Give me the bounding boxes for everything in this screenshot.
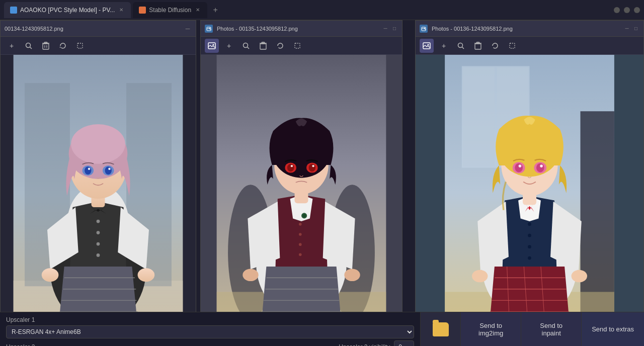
upscaler-1-select-row: R-ESRGAN 4x+ Anime6B None Lanczos Neares… xyxy=(6,325,414,338)
svg-point-17 xyxy=(97,253,100,257)
minimize-button[interactable] xyxy=(614,7,620,13)
svg-point-34 xyxy=(42,268,59,282)
svg-point-64 xyxy=(287,164,294,172)
pw2-add-btn[interactable]: + xyxy=(222,39,236,53)
pw2-maximize[interactable]: □ xyxy=(391,25,398,32)
svg-point-94 xyxy=(528,256,531,260)
upscaler-1-row: Upscaler 1 xyxy=(6,316,414,323)
svg-point-96 xyxy=(572,270,587,283)
svg-point-102 xyxy=(515,163,523,172)
svg-rect-82 xyxy=(476,42,479,43)
photo-window-1-content xyxy=(1,55,196,331)
photo-window-3: Photos - 00136-1243095812.png ─ □ + xyxy=(415,20,644,332)
photo-window-2-title: Photos - 00135-1243095812.png xyxy=(217,26,298,32)
svg-point-56 xyxy=(299,253,302,256)
pw2-minimize[interactable]: ─ xyxy=(382,25,389,32)
svg-point-75 xyxy=(424,28,425,29)
svg-point-40 xyxy=(244,43,248,47)
upscaler-1-select[interactable]: R-ESRGAN 4x+ Anime6B None Lanczos Neares… xyxy=(6,325,414,338)
new-tab-button[interactable]: + xyxy=(209,4,221,16)
svg-point-95 xyxy=(472,270,488,283)
send-to-img2img-button[interactable]: Send toimg2img xyxy=(460,312,521,346)
pw3-rotate-btn[interactable] xyxy=(488,39,502,53)
svg-point-55 xyxy=(299,243,302,246)
pw2-zoom-btn[interactable] xyxy=(239,39,253,53)
send-to-extras-button[interactable]: Send to extras xyxy=(581,312,644,346)
upscaler-2-row: Upscaler 2 Upscaler 2 visibility xyxy=(6,340,414,346)
svg-rect-45 xyxy=(295,43,300,48)
pw1-crop-btn[interactable] xyxy=(73,39,87,53)
pw3-image-btn[interactable] xyxy=(420,39,434,53)
pw1-add-btn[interactable]: + xyxy=(5,39,19,53)
browser-titlebar: AOAOKO [PVC Style Model] - PV... ✕ Stabl… xyxy=(0,0,644,20)
svg-point-39 xyxy=(213,44,214,45)
svg-point-104 xyxy=(519,164,522,167)
tab-close-sd[interactable]: ✕ xyxy=(194,7,201,14)
photo-window-1-title: 00134-1243095812.png xyxy=(5,26,63,32)
svg-point-78 xyxy=(458,43,463,47)
upscaler-2-visibility-label: Upscaler 2 visibility xyxy=(339,343,390,346)
photo-window-2-titlebar[interactable]: Photos - 00135-1243095812.png ─ □ xyxy=(201,21,402,37)
upscaler-2-label: Upscaler 2 xyxy=(6,343,41,346)
photo-window-3-icon xyxy=(420,25,428,33)
svg-point-103 xyxy=(536,163,544,172)
send-img2img-label: Send toimg2img xyxy=(478,322,503,337)
tab-aoaoko[interactable]: AOAOKO [PVC Style Model] - PV... ✕ xyxy=(4,2,131,18)
svg-point-27 xyxy=(108,167,110,169)
tab-label-sd: Stable Diffusion xyxy=(149,7,191,14)
tab-close-aoaoko[interactable]: ✕ xyxy=(118,7,125,14)
send-inpaint-label: Send toinpaint xyxy=(540,322,562,337)
folder-icon xyxy=(433,322,449,336)
svg-point-21 xyxy=(71,124,125,164)
tab-stable-diffusion[interactable]: Stable Diffusion ✕ xyxy=(133,2,207,18)
photo-window-2-icon xyxy=(205,25,213,33)
photo-window-3-toolbar: + xyxy=(416,37,643,55)
pw3-add-btn[interactable]: + xyxy=(437,39,451,53)
svg-point-15 xyxy=(97,231,100,234)
photo-window-3-titlebar[interactable]: Photos - 00136-1243095812.png ─ □ xyxy=(416,21,643,37)
svg-point-54 xyxy=(299,233,302,236)
pw3-minimize[interactable]: ─ xyxy=(623,25,630,32)
send-to-inpaint-button[interactable]: Send toinpaint xyxy=(521,312,581,346)
photo-window-2-toolbar: + xyxy=(201,37,402,55)
svg-point-14 xyxy=(97,220,100,223)
pw2-image-btn[interactable] xyxy=(205,39,219,53)
pw2-delete-btn[interactable] xyxy=(256,39,270,53)
svg-rect-44 xyxy=(262,42,265,43)
photo-window-3-content xyxy=(416,55,643,331)
character-3-portrait xyxy=(416,55,643,331)
svg-rect-7 xyxy=(77,43,83,48)
svg-point-66 xyxy=(291,165,293,167)
close-button[interactable] xyxy=(634,7,640,13)
pw3-maximize[interactable]: □ xyxy=(632,25,639,32)
svg-point-37 xyxy=(209,28,210,29)
pw3-delete-btn[interactable] xyxy=(471,39,485,53)
tab-favicon-sd xyxy=(139,7,146,14)
svg-point-77 xyxy=(428,44,429,45)
svg-rect-86 xyxy=(463,67,495,167)
pw1-rotate-btn[interactable] xyxy=(56,39,70,53)
svg-point-16 xyxy=(97,242,100,246)
upscaler-settings: Upscaler 1 R-ESRGAN 4x+ Anime6B None Lan… xyxy=(0,312,420,346)
svg-point-92 xyxy=(528,234,531,237)
pw2-rotate-btn[interactable] xyxy=(273,39,287,53)
svg-point-24 xyxy=(85,166,91,175)
photo-window-2-content xyxy=(201,55,402,331)
pw1-zoom-btn[interactable] xyxy=(22,39,36,53)
svg-rect-83 xyxy=(510,43,515,48)
open-folder-button[interactable] xyxy=(420,312,460,346)
maximize-button[interactable] xyxy=(624,7,630,13)
pw2-crop-btn[interactable] xyxy=(290,39,304,53)
svg-point-53 xyxy=(299,223,302,226)
photo-window-1-minimize[interactable]: ─ xyxy=(184,25,192,33)
tab-favicon-aoaoko xyxy=(10,7,17,14)
pw1-delete-btn[interactable] xyxy=(39,39,53,53)
upscaler-2-visibility-input[interactable] xyxy=(394,340,414,346)
pw3-crop-btn[interactable] xyxy=(505,39,519,53)
photo-window-2: Photos - 00135-1243095812.png ─ □ + xyxy=(200,20,403,332)
photo-window-1-titlebar[interactable]: 00134-1243095812.png ─ xyxy=(1,21,196,37)
pw3-zoom-btn[interactable] xyxy=(454,39,468,53)
window-controls xyxy=(614,7,640,13)
svg-point-91 xyxy=(528,222,531,226)
svg-point-93 xyxy=(528,245,531,248)
